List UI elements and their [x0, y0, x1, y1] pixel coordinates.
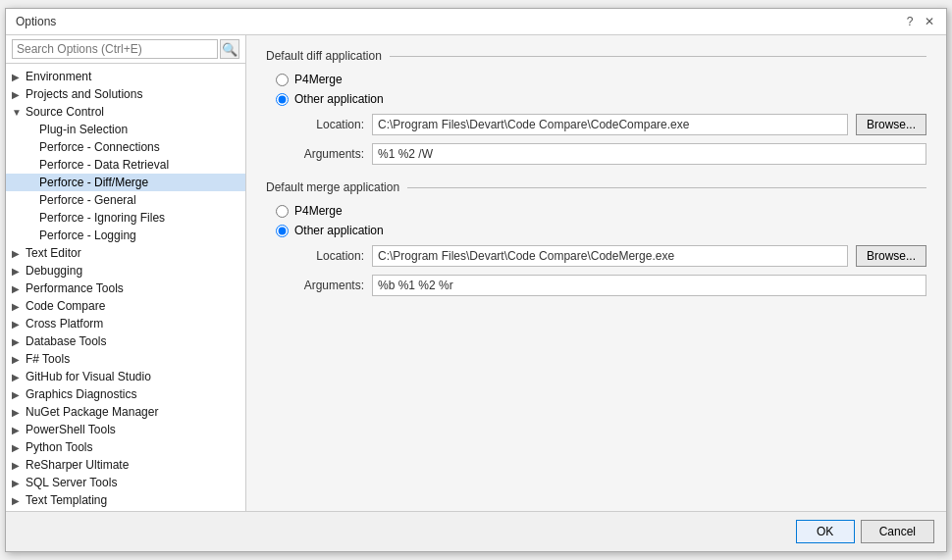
tree-arrow-projects: ▶ [12, 89, 26, 100]
merge-location-row: Location: Browse... [266, 245, 926, 267]
tree-label-resharper-ultimate: ReSharper Ultimate [26, 458, 241, 472]
tree: ▶Environment▶Projects and Solutions▼Sour… [6, 64, 245, 511]
merge-p4merge-radio[interactable] [276, 205, 289, 218]
dialog-title: Options [16, 15, 56, 28]
tree-arrow-resharper-ultimate: ▶ [12, 460, 26, 471]
tree-label-powershell-tools: PowerShell Tools [26, 423, 241, 436]
tree-label-performance-tools: Performance Tools [26, 281, 241, 295]
search-icon[interactable]: 🔍 [220, 39, 239, 59]
tree-item-database-tools[interactable]: ▶Database Tools [6, 332, 245, 350]
tree-item-source-control[interactable]: ▼Source Control [6, 103, 245, 121]
diff-arguments-row: Arguments: [266, 143, 926, 165]
tree-item-perforce-logging[interactable]: Perforce - Logging [6, 227, 245, 244]
tree-arrow-performance-tools: ▶ [12, 283, 26, 294]
tree-arrow-sql-server-tools: ▶ [12, 478, 26, 488]
tree-item-plugin-selection[interactable]: Plug-in Selection [6, 121, 245, 138]
tree-arrow-source-control: ▼ [12, 107, 26, 118]
tree-item-perforce-ignoring-files[interactable]: Perforce - Ignoring Files [6, 209, 245, 227]
tree-arrow-code-compare: ▶ [12, 301, 26, 312]
tree-arrow-environment: ▶ [12, 72, 26, 82]
tree-label-projects: Projects and Solutions [26, 87, 241, 101]
dialog-footer: OK Cancel [6, 511, 946, 551]
tree-item-fsharp-tools[interactable]: ▶F# Tools [6, 350, 245, 368]
search-box: 🔍 [6, 35, 245, 64]
diff-arguments-input[interactable] [372, 143, 926, 165]
tree-item-projects[interactable]: ▶Projects and Solutions [6, 85, 245, 103]
options-dialog: Options ? ✕ 🔍 ▶Environment▶Projects and … [5, 8, 947, 552]
dialog-body: 🔍 ▶Environment▶Projects and Solutions▼So… [6, 35, 946, 511]
merge-section-title: Default merge application [266, 180, 926, 194]
title-controls: ? ✕ [903, 15, 936, 28]
close-button[interactable]: ✕ [923, 15, 936, 28]
right-panel: Default diff application P4Merge Other a… [246, 35, 946, 511]
tree-arrow-cross-platform: ▶ [12, 319, 26, 330]
merge-other-row: Other application [266, 224, 926, 237]
title-bar: Options ? ✕ [6, 9, 946, 35]
diff-location-input[interactable] [372, 114, 848, 135]
merge-p4merge-row: P4Merge [266, 204, 926, 218]
tree-label-sql-server-tools: SQL Server Tools [26, 476, 241, 489]
tree-arrow-github-for-vs: ▶ [12, 372, 26, 382]
merge-p4merge-label: P4Merge [294, 204, 343, 218]
tree-label-perforce-general: Perforce - General [39, 193, 241, 207]
tree-item-python-tools[interactable]: ▶Python Tools [6, 438, 245, 456]
tree-arrow-powershell-tools: ▶ [12, 425, 26, 435]
diff-other-label: Other application [294, 92, 384, 106]
diff-other-row: Other application [266, 92, 926, 106]
diff-section-title: Default diff application [266, 49, 926, 63]
diff-location-label: Location: [295, 118, 364, 131]
tree-item-perforce-general[interactable]: Perforce - General [6, 191, 245, 209]
tree-item-environment[interactable]: ▶Environment [6, 68, 245, 85]
tree-label-source-control: Source Control [26, 105, 241, 119]
tree-item-graphics-diagnostics[interactable]: ▶Graphics Diagnostics [6, 385, 245, 403]
tree-item-debugging[interactable]: ▶Debugging [6, 262, 245, 280]
merge-arguments-row: Arguments: [266, 275, 926, 296]
tree-arrow-database-tools: ▶ [12, 336, 26, 347]
search-input[interactable] [12, 39, 218, 59]
tree-label-perforce-ignoring-files: Perforce - Ignoring Files [39, 211, 241, 225]
tree-label-debugging: Debugging [26, 264, 241, 278]
tree-item-code-compare[interactable]: ▶Code Compare [6, 297, 245, 315]
tree-label-nuget-package-manager: NuGet Package Manager [26, 405, 241, 419]
tree-item-resharper-ultimate[interactable]: ▶ReSharper Ultimate [6, 456, 245, 474]
tree-item-perforce-diff-merge[interactable]: Perforce - Diff/Merge [6, 174, 245, 191]
tree-item-powershell-tools[interactable]: ▶PowerShell Tools [6, 421, 245, 438]
tree-label-perforce-connections: Perforce - Connections [39, 140, 241, 154]
tree-item-github-for-vs[interactable]: ▶GitHub for Visual Studio [6, 368, 245, 385]
merge-other-radio[interactable] [276, 225, 289, 237]
tree-item-perforce-data-retrieval[interactable]: Perforce - Data Retrieval [6, 156, 245, 174]
cancel-button[interactable]: Cancel [861, 520, 934, 543]
diff-browse-button[interactable]: Browse... [856, 114, 926, 135]
diff-p4merge-row: P4Merge [266, 73, 926, 86]
tree-item-text-editor[interactable]: ▶Text Editor [6, 244, 245, 262]
tree-item-perforce-connections[interactable]: Perforce - Connections [6, 138, 245, 156]
merge-location-label: Location: [295, 249, 364, 263]
left-panel: 🔍 ▶Environment▶Projects and Solutions▼So… [6, 35, 246, 511]
merge-radio-group: P4Merge Other application [266, 204, 926, 237]
tree-item-text-templating[interactable]: ▶Text Templating [6, 491, 245, 509]
merge-arguments-input[interactable] [372, 275, 926, 296]
help-button[interactable]: ? [903, 15, 917, 28]
merge-arguments-label: Arguments: [295, 279, 364, 292]
diff-location-row: Location: Browse... [266, 114, 926, 135]
diff-p4merge-radio[interactable] [276, 74, 289, 86]
tree-label-text-templating: Text Templating [26, 493, 241, 507]
tree-item-sql-server-tools[interactable]: ▶SQL Server Tools [6, 474, 245, 491]
tree-label-code-compare: Code Compare [26, 299, 241, 313]
diff-other-radio[interactable] [276, 93, 289, 106]
tree-arrow-text-templating: ▶ [12, 495, 26, 506]
merge-other-label: Other application [294, 224, 384, 237]
tree-arrow-python-tools: ▶ [12, 442, 26, 453]
tree-item-performance-tools[interactable]: ▶Performance Tools [6, 280, 245, 297]
tree-arrow-graphics-diagnostics: ▶ [12, 389, 26, 400]
ok-button[interactable]: OK [796, 520, 855, 543]
tree-item-cross-platform[interactable]: ▶Cross Platform [6, 315, 245, 332]
diff-p4merge-label: P4Merge [294, 73, 343, 86]
merge-browse-button[interactable]: Browse... [856, 245, 926, 267]
tree-arrow-nuget-package-manager: ▶ [12, 407, 26, 418]
tree-label-cross-platform: Cross Platform [26, 317, 241, 331]
tree-item-nuget-package-manager[interactable]: ▶NuGet Package Manager [6, 403, 245, 421]
merge-location-input[interactable] [372, 245, 848, 267]
diff-arguments-label: Arguments: [295, 147, 364, 161]
tree-label-fsharp-tools: F# Tools [26, 352, 241, 366]
